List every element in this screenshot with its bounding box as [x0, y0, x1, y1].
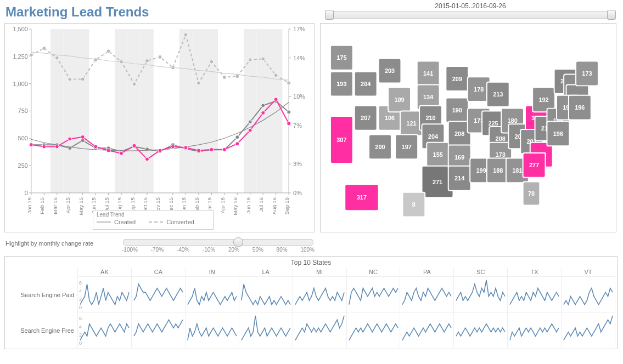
svg-point-106	[42, 145, 46, 149]
svg-text:May 16: May 16	[232, 197, 238, 215]
svg-text:141: 141	[423, 70, 433, 77]
svg-text:213: 213	[493, 91, 503, 98]
svg-point-120	[222, 147, 226, 151]
svg-point-102	[261, 104, 265, 107]
svg-text:500: 500	[18, 135, 28, 141]
svg-rect-2	[76, 29, 89, 193]
highlight-slider[interactable]: -100%-70%-40%-10%20%50%80%100%	[121, 237, 316, 253]
svg-text:Feb 15: Feb 15	[39, 197, 45, 214]
svg-text:208: 208	[454, 130, 464, 137]
svg-point-132	[106, 49, 110, 53]
svg-text:0: 0	[25, 190, 28, 196]
svg-text:Sep 16: Sep 16	[284, 197, 290, 214]
svg-point-100	[235, 135, 239, 139]
sparkline	[186, 276, 239, 312]
state-header: LA	[239, 268, 293, 276]
svg-point-117	[184, 146, 188, 150]
sparkline	[562, 312, 615, 348]
svg-text:Mar 15: Mar 15	[52, 197, 58, 214]
svg-point-119	[210, 147, 214, 151]
state-header: AK	[78, 268, 132, 276]
sparkline	[293, 276, 347, 312]
svg-text:Apr 16: Apr 16	[220, 197, 226, 213]
svg-point-109	[81, 135, 85, 139]
sparkline: 6420	[78, 276, 132, 312]
highlight-label: Highlight by monthly change rate	[5, 237, 121, 247]
state-header: TX	[508, 268, 562, 276]
svg-point-116	[171, 145, 175, 149]
legend-swatch-converted	[149, 221, 163, 223]
date-range-slider[interactable]: 2015-01-05..2016-09-26	[322, 2, 619, 19]
state-header: IN	[186, 268, 239, 276]
svg-point-141	[222, 75, 226, 79]
svg-text:196: 196	[553, 130, 563, 137]
state-header: NC	[347, 268, 401, 276]
svg-text:750: 750	[18, 107, 28, 114]
highlight-handle[interactable]	[233, 237, 243, 247]
sparkline	[347, 312, 401, 348]
sparkline	[562, 276, 615, 312]
lead-trend-svg: 02505007501,0001,2501,5000%3%7%10%14%17%…	[5, 24, 314, 232]
svg-point-128	[55, 56, 59, 60]
svg-point-121	[235, 142, 239, 146]
date-range-handle-start[interactable]	[325, 10, 334, 20]
sparkline	[400, 312, 454, 348]
date-range-handle-end[interactable]	[607, 10, 616, 20]
svg-rect-3	[115, 29, 127, 193]
legend-label-created: Created	[114, 219, 136, 225]
svg-text:Aug 16: Aug 16	[271, 197, 277, 214]
svg-text:225: 225	[488, 120, 498, 127]
svg-rect-11	[270, 29, 282, 193]
svg-rect-9	[244, 29, 256, 193]
svg-point-136	[158, 55, 162, 59]
svg-text:Jan 15: Jan 15	[26, 197, 32, 213]
svg-text:Jul 16: Jul 16	[258, 197, 264, 212]
svg-text:307: 307	[336, 136, 346, 143]
svg-text:8: 8	[412, 201, 416, 208]
svg-text:121: 121	[406, 120, 416, 127]
us-map-svg: 1751933072072042001062031091211971411342…	[321, 24, 616, 232]
svg-point-123	[261, 111, 265, 115]
sparkline	[186, 312, 239, 348]
highlight-tick: -70%	[151, 247, 164, 253]
svg-text:1,500: 1,500	[13, 26, 27, 32]
svg-point-118	[197, 149, 200, 152]
us-map-panel: 1751933072072042001062031091211971411342…	[320, 23, 616, 232]
sparkline	[508, 276, 562, 312]
svg-point-142	[235, 75, 239, 78]
svg-text:180: 180	[507, 117, 517, 124]
svg-text:199: 199	[476, 167, 486, 174]
svg-text:200: 200	[375, 144, 385, 150]
svg-text:250: 250	[18, 162, 28, 169]
svg-text:10%: 10%	[293, 93, 305, 100]
highlight-tick: 80%	[277, 247, 288, 253]
svg-text:173: 173	[496, 151, 506, 158]
highlight-tick: 50%	[252, 247, 263, 253]
svg-point-134	[132, 82, 136, 86]
highlight-tick: 100%	[300, 247, 315, 253]
svg-text:190: 190	[452, 107, 462, 113]
svg-text:3%: 3%	[293, 161, 302, 167]
svg-point-140	[210, 60, 214, 64]
sparkline	[293, 312, 347, 348]
svg-text:106: 106	[385, 115, 395, 121]
svg-text:May 15: May 15	[78, 197, 84, 215]
highlight-tick: -10%	[203, 247, 215, 253]
svg-text:134: 134	[423, 94, 434, 100]
legend-swatch-created	[97, 221, 111, 223]
highlight-tick: 20%	[228, 247, 239, 253]
svg-point-143	[248, 58, 252, 62]
sparkline	[400, 276, 454, 312]
svg-text:203: 203	[385, 67, 395, 74]
svg-text:169: 169	[454, 154, 464, 161]
sparkline: 6420	[78, 312, 132, 348]
state-header: SC	[454, 268, 508, 276]
svg-text:196: 196	[575, 104, 585, 111]
svg-point-108	[68, 137, 72, 141]
svg-text:7%: 7%	[293, 122, 302, 129]
svg-point-129	[68, 77, 72, 81]
sparkline	[454, 276, 508, 312]
svg-rect-4	[128, 29, 141, 193]
svg-point-113	[132, 144, 136, 147]
svg-rect-0	[50, 29, 63, 193]
